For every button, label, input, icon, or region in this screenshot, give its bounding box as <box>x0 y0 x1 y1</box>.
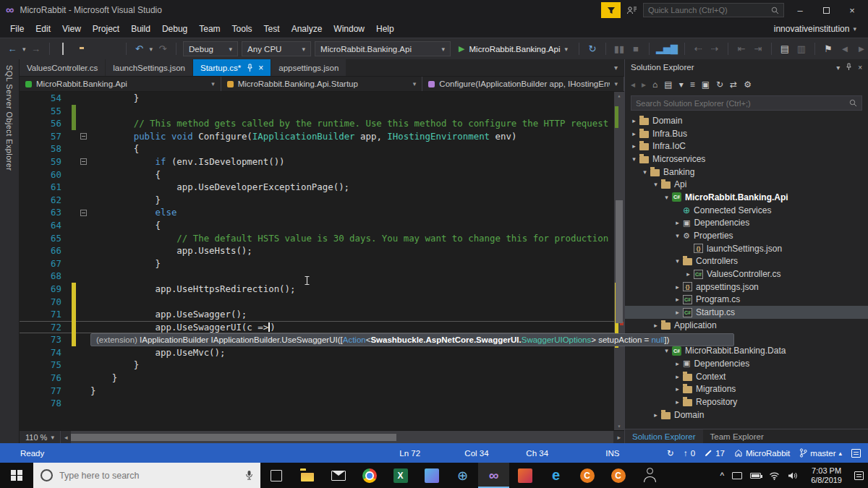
code-line-57[interactable]: 57 public void Configure(IApplicationBui… <box>20 130 614 143</box>
minimize-button[interactable]: – <box>790 5 810 16</box>
undo-button[interactable]: ↶ <box>133 44 146 53</box>
menu-team[interactable]: Team <box>193 21 226 37</box>
volume-icon[interactable] <box>788 471 799 480</box>
code-line-69[interactable]: 69 app.UseHttpsRedirection(); <box>20 283 614 296</box>
branch-button[interactable]: master ▴ <box>799 448 842 458</box>
previous-bookmark-icon[interactable]: ◄ <box>838 44 851 53</box>
expander-collapsed-icon[interactable]: ▸ <box>673 360 682 367</box>
menu-window[interactable]: Window <box>328 21 370 37</box>
menu-tools[interactable]: Tools <box>226 21 258 37</box>
increase-indent-icon[interactable]: ⇥ <box>752 44 765 53</box>
tab-startup-cs[interactable]: Startup.cs*× <box>193 59 271 76</box>
breadcrumb-segment-3[interactable]: Configure(IApplicationBuilder app, IHost… <box>422 77 624 91</box>
back-icon[interactable]: ◂ <box>631 80 635 89</box>
scroll-right-icon[interactable]: ▸ <box>613 434 624 441</box>
code-line-58[interactable]: 58 { <box>20 142 614 155</box>
excel-icon[interactable]: X <box>385 463 416 488</box>
collapse-region-icon[interactable] <box>80 158 87 165</box>
breadcrumb-segment-1[interactable]: MicroRabbit.Banking.Api▾ <box>20 77 221 91</box>
expander-collapsed-icon[interactable]: ▸ <box>673 385 682 393</box>
menu-build[interactable]: Build <box>125 21 156 37</box>
tree-item-microrabbit-banking-data[interactable]: ▾C#MicroRabbit.Banking.Data <box>625 344 868 357</box>
close-icon[interactable]: × <box>858 64 862 72</box>
expander-expanded-icon[interactable]: ▾ <box>673 257 682 265</box>
status-panel-icon[interactable] <box>851 449 861 458</box>
forward-icon[interactable]: ▸ <box>642 80 646 89</box>
switch-views-icon[interactable]: ▤ <box>664 80 672 89</box>
panel-tab-team-explorer[interactable]: Team Explorer <box>703 429 771 443</box>
task-view-button[interactable] <box>260 463 292 488</box>
code-line-59[interactable]: 59 if (env.IsDevelopment()) <box>20 155 614 168</box>
pin-icon[interactable] <box>247 64 253 72</box>
menu-view[interactable]: View <box>56 21 87 37</box>
scroll-down-icon[interactable]: ▾ <box>614 423 624 429</box>
start-debugging-button[interactable]: ▶ MicroRabbit.Banking.Api ▾ <box>454 44 572 53</box>
tab-list-chevron[interactable]: ▾ <box>608 59 624 76</box>
feedback-filter-button[interactable] <box>601 2 621 18</box>
code-line-68[interactable]: 68 <box>20 270 614 283</box>
code-line-70[interactable]: 70 <box>20 296 614 309</box>
maximize-button[interactable] <box>816 5 836 16</box>
code-editor[interactable]: 54 }5556 // This method gets called by t… <box>20 92 624 430</box>
scrollbar-thumb[interactable] <box>71 434 396 441</box>
tab-launchsettings-json[interactable]: launchSettings.json <box>106 59 192 76</box>
vertical-scrollbar[interactable]: ▴ ▾ <box>614 92 624 430</box>
tree-item-controllers[interactable]: ▾Controllers <box>625 255 868 268</box>
expander-collapsed-icon[interactable]: ▸ <box>673 309 682 316</box>
quick-launch-box[interactable] <box>643 3 784 17</box>
display-tray-icon[interactable] <box>732 472 742 479</box>
pending-edits-count[interactable]: 17 <box>705 449 725 458</box>
comment-icon[interactable]: ▤ <box>778 44 791 53</box>
save-all-button[interactable] <box>106 44 119 53</box>
tree-item-infra-bus[interactable]: ▸Infra.Bus <box>625 127 868 140</box>
tree-item-dependencies[interactable]: ▸▣Dependencies <box>625 217 868 230</box>
chevron-down-icon[interactable]: ▾ <box>22 46 26 53</box>
tab-valuescontroller-cs[interactable]: ValuesController.cs <box>20 59 105 76</box>
solution-search-box[interactable] <box>631 95 862 111</box>
edge-icon[interactable]: e <box>540 463 571 488</box>
tree-item-api[interactable]: ▾Api <box>625 178 868 191</box>
microphone-icon[interactable] <box>245 470 253 481</box>
filter-dropdown-icon[interactable]: ▾ <box>679 80 684 89</box>
decrease-indent-icon[interactable]: ⇤ <box>735 44 748 53</box>
menu-test[interactable]: Test <box>258 21 286 37</box>
code-line-77[interactable]: 77} <box>20 385 614 398</box>
refresh-icon[interactable]: ↻ <box>716 80 723 89</box>
next-bookmark-icon[interactable]: ► <box>855 44 868 53</box>
tree-item-dependencies[interactable]: ▸▣Dependencies <box>625 357 868 370</box>
expander-collapsed-icon[interactable]: ▸ <box>673 219 682 226</box>
close-button[interactable]: × <box>842 5 862 16</box>
tree-item-domain[interactable]: ▸Domain <box>625 114 868 127</box>
breadcrumb-segment-2[interactable]: MicroRabbit.Banking.Api.Startup▾ <box>221 77 423 91</box>
stop-icon[interactable]: ■ <box>629 44 642 53</box>
show-all-files-icon[interactable]: ▣ <box>702 80 710 89</box>
scrollbar-thumb[interactable] <box>616 200 623 323</box>
new-file-button[interactable] <box>56 44 69 53</box>
menu-project[interactable]: Project <box>87 21 125 37</box>
c-app-icon-1[interactable]: C <box>571 463 603 488</box>
c-app-icon-2[interactable]: C <box>603 463 634 488</box>
horizontal-scrollbar[interactable] <box>71 431 613 443</box>
tree-item-properties[interactable]: ▾⚙Properties <box>625 229 868 242</box>
tree-item-program-cs[interactable]: ▸C#Program.cs <box>625 294 868 307</box>
people-icon[interactable] <box>634 463 665 488</box>
solution-platform-dropdown[interactable]: Any CPU ▾ <box>242 41 311 56</box>
navigate-backward-icon[interactable]: ⇠ <box>692 44 705 53</box>
code-line-74[interactable]: 74 app.UseMvc(); <box>20 346 614 359</box>
code-line-60[interactable]: 60 { <box>20 168 614 181</box>
visual-studio-icon[interactable]: ∞ <box>478 463 509 488</box>
code-line-54[interactable]: 54 } <box>20 92 614 105</box>
expander-collapsed-icon[interactable]: ▸ <box>629 142 639 150</box>
code-line-56[interactable]: 56 // This method gets called by the run… <box>20 117 614 130</box>
chevron-down-icon[interactable]: ▾ <box>836 64 840 72</box>
expander-expanded-icon[interactable]: ▾ <box>662 347 671 354</box>
expander-collapsed-icon[interactable]: ▸ <box>673 283 682 291</box>
collapse-all-icon[interactable]: ≡ <box>690 80 695 89</box>
repository-button[interactable]: MicroRabbit <box>734 449 790 458</box>
tree-item-repository[interactable]: ▸Repository <box>625 395 868 408</box>
store-app-icon[interactable] <box>416 463 447 488</box>
menu-file[interactable]: File <box>4 21 30 37</box>
account-menu[interactable]: innovativeinstitution ▾ <box>774 24 864 34</box>
code-line-72[interactable]: 72 app.UseSwaggerUI(c =>) <box>20 321 614 334</box>
sync-active-document-icon[interactable]: ⇄ <box>730 80 737 89</box>
